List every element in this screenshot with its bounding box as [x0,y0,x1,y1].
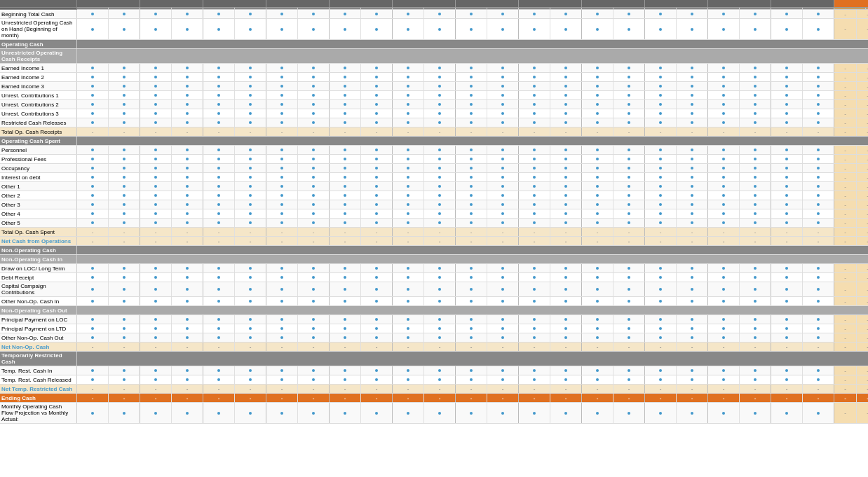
data-cell[interactable] [393,191,424,200]
data-cell[interactable] [266,333,298,342]
data-cell[interactable] [109,164,140,172]
data-cell[interactable]: - [677,394,708,402]
data-cell[interactable] [109,375,140,384]
data-cell[interactable] [803,219,834,227]
data-cell[interactable] [487,264,519,272]
data-cell[interactable] [487,10,519,18]
data-cell[interactable] [109,403,140,423]
data-cell[interactable] [109,324,140,333]
data-cell[interactable] [740,209,771,218]
data-cell[interactable]: - [140,385,172,393]
data-cell[interactable] [140,82,172,90]
data-cell[interactable] [613,324,645,333]
data-cell[interactable] [140,333,172,342]
data-cell[interactable] [645,273,677,282]
data-cell[interactable] [740,109,771,118]
data-cell[interactable] [708,73,740,81]
data-cell[interactable] [487,219,519,227]
data-cell[interactable] [550,273,582,282]
data-cell[interactable] [456,403,487,423]
data-cell[interactable] [519,297,550,305]
total-cell[interactable]: - [857,297,868,305]
data-cell[interactable] [582,155,613,163]
data-cell[interactable] [330,182,361,191]
data-cell[interactable] [550,264,582,272]
data-cell[interactable] [77,164,109,172]
data-cell[interactable] [109,91,140,99]
data-cell[interactable] [456,164,487,172]
data-cell[interactable] [740,403,771,423]
data-cell[interactable] [740,315,771,324]
data-cell[interactable] [677,375,708,384]
data-cell[interactable] [361,403,393,423]
data-cell[interactable] [140,91,172,99]
data-cell[interactable] [109,209,140,218]
data-cell[interactable] [330,375,361,384]
data-cell[interactable] [803,324,834,333]
data-cell[interactable]: - [172,394,203,402]
data-cell[interactable] [298,173,330,181]
total-cell[interactable]: - [857,146,868,154]
data-cell[interactable] [519,82,550,90]
data-cell[interactable] [203,297,235,305]
data-cell[interactable] [582,324,613,333]
data-cell[interactable] [519,100,550,109]
data-cell[interactable] [740,375,771,384]
data-cell[interactable] [740,366,771,375]
data-cell[interactable] [456,173,487,181]
data-cell[interactable] [361,109,393,118]
data-cell[interactable] [740,118,771,127]
data-cell[interactable] [298,73,330,81]
data-cell[interactable]: - [298,127,330,136]
total-cell[interactable]: - [834,324,857,333]
data-cell[interactable] [803,64,834,72]
data-cell[interactable] [771,191,803,200]
data-cell[interactable] [393,173,424,181]
data-cell[interactable] [235,191,266,200]
data-cell[interactable] [77,315,109,324]
data-cell[interactable] [266,10,298,18]
data-cell[interactable]: - [771,127,803,136]
data-cell[interactable] [456,91,487,99]
data-cell[interactable] [109,297,140,305]
data-cell[interactable] [424,64,456,72]
data-cell[interactable] [487,64,519,72]
data-cell[interactable] [424,200,456,209]
data-cell[interactable] [172,209,203,218]
data-cell[interactable]: - [235,237,266,245]
data-cell[interactable] [550,164,582,172]
data-cell[interactable] [771,297,803,305]
data-cell[interactable] [140,73,172,81]
data-cell[interactable] [140,118,172,127]
data-cell[interactable] [740,146,771,154]
data-cell[interactable] [235,109,266,118]
data-cell[interactable]: - [677,127,708,136]
data-cell[interactable] [393,219,424,227]
data-cell[interactable]: - [361,228,393,236]
data-cell[interactable]: - [456,127,487,136]
data-cell[interactable]: - [708,394,740,402]
data-cell[interactable] [203,64,235,72]
data-cell[interactable] [203,109,235,118]
data-cell[interactable] [140,209,172,218]
total-cell[interactable]: - [834,109,857,118]
data-cell[interactable] [330,100,361,109]
data-cell[interactable] [330,273,361,282]
data-cell[interactable] [203,282,235,296]
data-cell[interactable] [677,100,708,109]
data-cell[interactable] [550,73,582,81]
data-cell[interactable] [487,324,519,333]
data-cell[interactable] [771,118,803,127]
data-cell[interactable] [677,403,708,423]
data-cell[interactable] [487,273,519,282]
total-cell[interactable]: - [834,366,857,375]
total-cell[interactable]: - [834,228,857,236]
data-cell[interactable] [203,182,235,191]
total-cell[interactable]: - [834,209,857,218]
data-cell[interactable] [172,297,203,305]
data-cell[interactable] [235,182,266,191]
data-cell[interactable] [109,191,140,200]
data-cell[interactable] [235,164,266,172]
data-cell[interactable] [77,219,109,227]
data-cell[interactable] [393,209,424,218]
